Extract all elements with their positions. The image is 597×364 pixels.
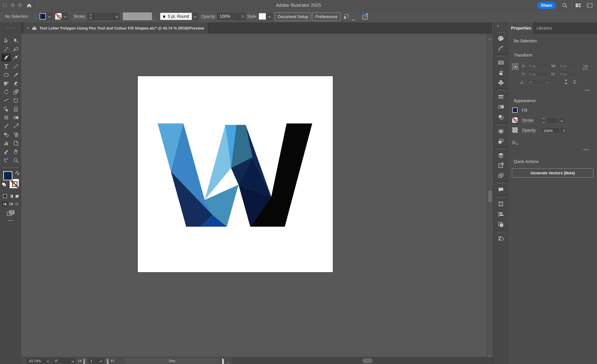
artboard-number-field[interactable]: 1 [88,358,98,363]
tool-shape-builder[interactable] [1,105,11,113]
select-similar-dropdown[interactable] [352,15,354,22]
style-swatch[interactable] [259,13,266,20]
canvas-area[interactable] [21,34,487,357]
tab-close-icon[interactable]: × [27,26,29,31]
panel-pathfinder-icon[interactable] [498,221,504,228]
angle-field[interactable]: 0° [527,79,550,85]
tool-eyedropper[interactable] [11,122,20,130]
draw-inside-button[interactable] [14,202,20,206]
tool-rotate-view[interactable] [1,156,11,164]
document-setup-button[interactable]: Document Setup [275,12,311,21]
tool-pencil[interactable] [1,79,11,87]
first-artboard-icon[interactable] [78,359,81,362]
opacity-flyout[interactable] [239,13,245,20]
appearance-stroke-label[interactable]: Stroke [522,118,534,123]
stroke-width-field[interactable] [546,117,558,124]
panel-swatches-icon[interactable] [498,59,504,66]
next-artboard-icon[interactable] [107,359,109,364]
panel-color-guide-icon[interactable] [498,45,504,52]
panel-stroke-icon[interactable] [498,93,504,100]
status-flyout-icon[interactable] [222,359,224,364]
panel-appearance-icon[interactable] [498,128,504,134]
tool-pen[interactable] [1,54,11,62]
gradient-mode-button[interactable] [8,194,14,199]
rotation-dropdown[interactable] [70,358,75,363]
effects-button[interactable]: fx [512,140,518,145]
stroke-weight-field[interactable] [93,13,114,20]
w-field[interactable]: 0 px [558,63,579,69]
none-mode-button[interactable] [14,194,20,199]
panel-transparency-icon[interactable] [498,114,504,120]
tool-selection[interactable] [1,37,11,45]
scroll-up-icon[interactable] [489,36,491,42]
tool-lasso[interactable] [11,45,20,53]
appearance-opacity-swatch[interactable] [512,127,518,133]
tool-magic-wand[interactable] [1,45,11,53]
panel-history-icon[interactable] [498,236,504,242]
panel-color-icon[interactable] [498,35,504,42]
appearance-more-options[interactable]: ••• [583,148,589,152]
tab-properties[interactable]: Properties [509,23,533,34]
appearance-fill-swatch[interactable] [512,107,518,113]
artboard-dropdown[interactable] [98,358,104,363]
document-tab[interactable]: × Text Letter Polygon Using Pen Tool and… [23,23,208,34]
tool-scale[interactable] [11,88,20,96]
appearance-opacity-label[interactable]: Opacity [522,128,536,133]
generative-ai-icon[interactable] [361,12,369,20]
style-dropdown[interactable] [266,13,272,20]
brush-definition-dropdown[interactable] [192,13,198,20]
stroke-weight-label[interactable]: Stroke: [73,14,86,19]
tool-eraser[interactable] [11,79,20,87]
opacity-label[interactable]: Opacity: [201,14,216,19]
tab-libraries[interactable]: Libraries [533,23,555,34]
tool-measure[interactable] [1,122,11,130]
workspace-switcher-icon[interactable] [575,3,581,8]
tool-gradient[interactable] [11,114,20,121]
transform-more-options[interactable]: ••• [585,88,590,92]
color-mode-button[interactable] [2,194,8,199]
tool-curvature[interactable] [11,54,20,62]
panel-brushes-icon[interactable] [498,69,504,76]
panel-asset-export-icon[interactable] [498,162,504,169]
search-icon[interactable] [562,2,567,8]
tool-direct-selection[interactable] [11,37,20,45]
flip-horizontal-icon[interactable] [563,79,569,84]
artboard[interactable] [138,76,333,272]
tool-blend[interactable] [1,131,11,139]
fill-color-dropdown[interactable] [46,13,52,20]
toolbar-more-button[interactable]: ••• [0,219,21,222]
tool-mesh[interactable] [1,114,11,121]
fill-color-swatch[interactable] [39,13,46,20]
panel-symbols-icon[interactable] [498,79,504,86]
tool-width[interactable] [1,96,11,104]
panel-gradient-icon[interactable] [498,104,504,110]
tool-rotate[interactable] [1,88,11,96]
stroke-weight-stepper[interactable] [87,13,93,20]
panel-toggle-icon[interactable] [587,3,593,8]
x-field[interactable]: 0 px [527,63,548,69]
tool-symbol-sprayer[interactable] [11,131,20,139]
scroll-left-icon[interactable] [228,360,230,364]
draw-normal-button[interactable] [2,202,8,206]
vertical-scroll-thumb[interactable] [488,190,492,202]
opacity-field[interactable]: 100% [217,13,239,20]
tool-slice[interactable] [1,148,11,155]
horizontal-scroll-thumb[interactable] [362,358,372,363]
panel-comments-icon[interactable] [498,186,504,193]
tool-ellipse[interactable] [1,71,11,79]
panel-smart-guides-icon[interactable] [498,201,504,207]
tool-paintbrush[interactable] [11,71,20,79]
zoom-level-field[interactable]: 43.74% [27,358,45,363]
swap-fill-stroke-icon[interactable] [15,171,20,175]
link-dimensions-icon[interactable] [583,64,589,71]
preferences-button[interactable]: Preferences [312,12,341,21]
panel-graphic-styles-icon[interactable] [498,138,504,144]
panel-align-icon[interactable] [498,211,504,217]
stroke-color-swatch-none[interactable] [55,13,62,20]
screen-mode-button[interactable] [7,210,15,216]
tool-free-transform[interactable] [11,96,20,104]
horizontal-scrollbar[interactable] [232,358,506,364]
brush-preview-dropdown[interactable] [153,15,155,22]
fill-proxy-swatch[interactable] [3,171,13,181]
stroke-width-stepper[interactable] [541,117,546,124]
